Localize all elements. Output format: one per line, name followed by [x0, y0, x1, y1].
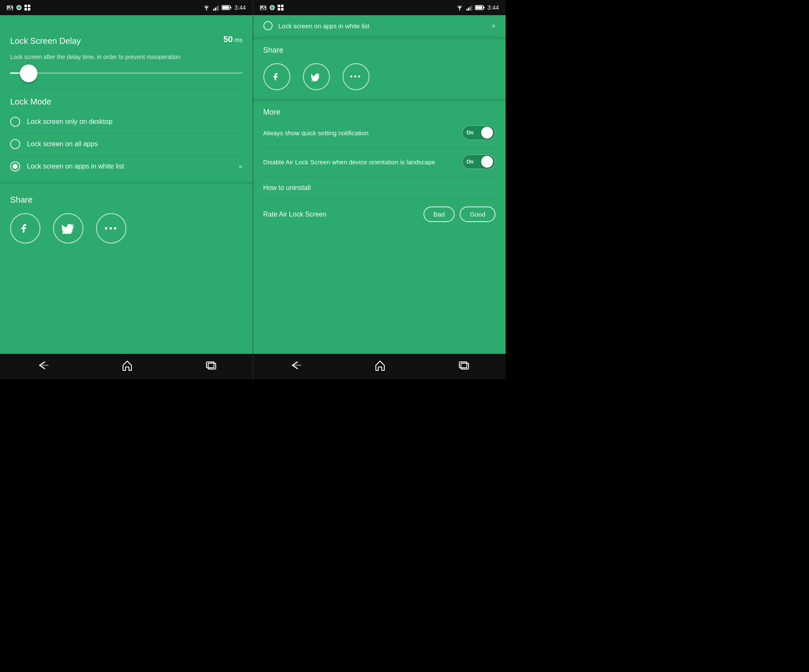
- recents-icon: [206, 361, 217, 370]
- svg-rect-20: [278, 5, 280, 7]
- right-more-dots-icon: •••: [350, 72, 362, 81]
- left-screen-content: Lock Screen Delay 50 ms Lock screen afte…: [0, 15, 253, 354]
- battery-icon: [222, 5, 232, 11]
- rate-row: Rate Air Lock Screen Bad Good: [263, 200, 496, 229]
- radio-white-list-inner: [13, 164, 18, 169]
- svg-rect-21: [281, 5, 284, 7]
- delay-unit: ms: [235, 37, 243, 43]
- grid-status-icon: [24, 5, 30, 11]
- lock-screen-delay-section: Lock Screen Delay 50 ms Lock screen afte…: [10, 24, 243, 88]
- left-share-icons-row: •••: [10, 205, 243, 252]
- right-status-right: 3:44: [455, 4, 499, 11]
- svg-rect-14: [222, 6, 229, 9]
- svg-point-7: [206, 9, 207, 11]
- right-scroll-content[interactable]: Lock screen on apps in white list » Shar…: [253, 15, 506, 354]
- svg-rect-3: [24, 5, 27, 7]
- left-facebook-button[interactable]: [10, 213, 40, 244]
- radio-all-apps[interactable]: Lock screen on all apps: [10, 133, 243, 155]
- bad-button[interactable]: Bad: [423, 206, 455, 222]
- rate-label: Rate Air Lock Screen: [263, 211, 418, 218]
- svg-rect-28: [471, 5, 472, 11]
- right-home-icon: [374, 359, 386, 371]
- home-icon: [121, 359, 133, 371]
- left-more-share-button[interactable]: •••: [96, 213, 126, 244]
- more-dots-icon: •••: [104, 223, 118, 234]
- good-button[interactable]: Good: [460, 206, 496, 222]
- svg-point-2: [17, 5, 21, 10]
- left-status-icons: [7, 5, 30, 11]
- right-back-icon: [289, 360, 302, 370]
- svg-rect-27: [470, 6, 471, 11]
- right-more-share-button[interactable]: •••: [343, 63, 370, 90]
- right-twitter-button[interactable]: [303, 63, 330, 90]
- delay-title-row: Lock Screen Delay 50 ms: [10, 29, 243, 49]
- white-list-chevron: »: [239, 163, 243, 170]
- quick-setting-label: Always show quick setting notification: [263, 129, 457, 137]
- left-recents-button[interactable]: [206, 361, 217, 372]
- landscape-toggle[interactable]: On: [462, 154, 496, 169]
- quick-setting-on-text: On: [466, 130, 474, 136]
- right-signal-icon: [466, 5, 472, 11]
- right-share-section: Share •••: [263, 39, 496, 99]
- delay-number: 50: [223, 35, 233, 44]
- more-section: More Always show quick setting notificat…: [263, 101, 496, 229]
- left-scroll-content[interactable]: Lock Screen Delay 50 ms Lock screen afte…: [0, 15, 253, 354]
- right-facebook-button[interactable]: [263, 63, 290, 90]
- lock-mode-title: Lock Mode: [10, 88, 243, 111]
- svg-rect-31: [475, 6, 482, 9]
- right-back-button[interactable]: [289, 360, 302, 373]
- wifi-icon: [202, 5, 211, 11]
- svg-rect-13: [230, 7, 231, 8]
- left-status-right: 3:44: [202, 4, 246, 11]
- svg-rect-26: [468, 8, 469, 11]
- landscape-toggle-row[interactable]: Disable Air Lock Screen when device orie…: [263, 147, 496, 177]
- lock-mode-section: Lock Mode Lock screen only on desktop Lo…: [10, 88, 243, 177]
- delay-slider-thumb[interactable]: [20, 64, 38, 82]
- twitter-icon: [62, 223, 75, 234]
- radio-desktop[interactable]: Lock screen only on desktop: [10, 111, 243, 133]
- delay-slider-track[interactable]: [10, 72, 243, 74]
- left-divider: [0, 182, 253, 184]
- top-white-list-row[interactable]: Lock screen on apps in white list »: [263, 15, 496, 37]
- right-photo-status-icon: [260, 5, 267, 10]
- radio-white-list-outer: [10, 161, 20, 171]
- right-recents-icon: [458, 361, 469, 370]
- right-grid-status-icon: [278, 5, 284, 11]
- landscape-on-text: On: [466, 159, 474, 165]
- delay-value-display: 50 ms: [223, 35, 242, 44]
- svg-rect-23: [281, 8, 284, 11]
- quick-setting-toggle-thumb: [481, 127, 493, 139]
- right-dot-status-icon: [269, 5, 275, 11]
- top-radio-outer: [263, 21, 273, 30]
- radio-white-list[interactable]: Lock screen on apps in white list »: [10, 155, 243, 177]
- left-status-bar: 3:44: [0, 0, 253, 15]
- right-share-title: Share: [263, 39, 496, 55]
- right-recents-button[interactable]: [458, 361, 469, 372]
- svg-rect-30: [483, 7, 485, 8]
- right-share-icons-row: •••: [263, 55, 496, 99]
- right-phone-panel: 3:44 Lock screen on apps in white list »…: [253, 0, 506, 379]
- back-icon: [36, 360, 49, 370]
- photo-status-icon: [7, 5, 13, 10]
- svg-rect-4: [28, 5, 30, 7]
- left-time: 3:44: [234, 4, 246, 11]
- quick-setting-toggle[interactable]: On: [462, 125, 496, 140]
- quick-setting-toggle-row[interactable]: Always show quick setting notification O…: [263, 118, 496, 147]
- svg-point-24: [459, 9, 460, 11]
- right-nav-bar: [253, 354, 506, 379]
- right-time: 3:44: [488, 4, 499, 11]
- left-back-button[interactable]: [36, 360, 49, 373]
- right-home-button[interactable]: [374, 359, 386, 374]
- radio-desktop-outer: [10, 117, 20, 127]
- landscape-label: Disable Air Lock Screen when device orie…: [263, 158, 457, 166]
- how-to-uninstall-row[interactable]: How to uninstall: [263, 177, 496, 200]
- right-status-bar: 3:44: [253, 0, 506, 15]
- radio-white-list-label: Lock screen on apps in white list: [27, 163, 232, 170]
- facebook-icon: [19, 222, 31, 234]
- left-home-button[interactable]: [121, 359, 133, 374]
- left-twitter-button[interactable]: [53, 213, 83, 244]
- svg-rect-6: [28, 8, 30, 11]
- delay-slider-container[interactable]: [10, 68, 243, 82]
- left-share-section: Share •••: [10, 188, 243, 252]
- right-twitter-icon: [311, 72, 322, 81]
